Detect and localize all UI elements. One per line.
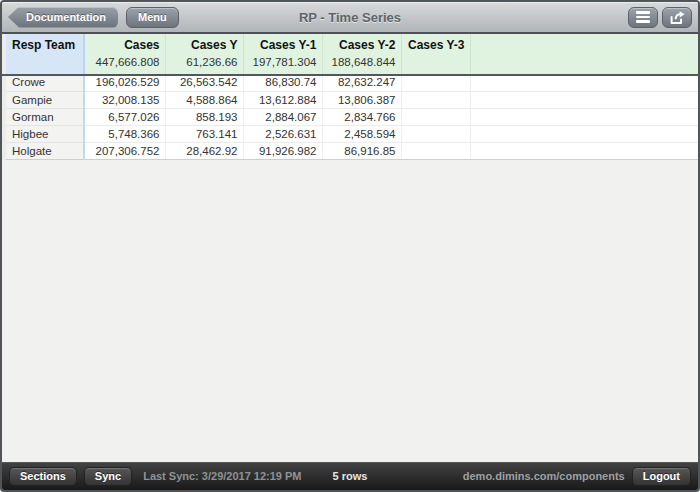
report-table-area: Resp Team Cases Cases Y Cases Y-1 Cases … (2, 32, 698, 160)
total-cases-y2: 188,648.844 (322, 56, 401, 74)
sync-button[interactable]: Sync (84, 467, 132, 486)
value-cell: 6,577.026 (84, 108, 165, 125)
value-cell: 5,748.366 (84, 125, 165, 142)
value-cell (401, 91, 470, 108)
value-cell: 858.193 (165, 108, 243, 125)
documentation-back-button[interactable]: Documentation (8, 7, 118, 28)
value-cell: 86,830.74 (243, 74, 322, 91)
value-cell: 207,306.752 (84, 142, 165, 159)
column-header-cases-y[interactable]: Cases Y (165, 34, 243, 56)
value-cell: 196,026.529 (84, 74, 165, 91)
value-cell: 2,526.631 (243, 125, 322, 142)
filler-cell (470, 142, 698, 159)
value-cell: 32,008.135 (84, 91, 165, 108)
table-row[interactable]: Crowe 196,026.529 26,563.542 86,830.74 8… (6, 74, 698, 91)
value-cell: 763.141 (165, 125, 243, 142)
menu-button[interactable]: Menu (126, 7, 179, 28)
table-row[interactable]: Gorman 6,577.026 858.193 2,884.067 2,834… (6, 108, 698, 125)
total-cases-y3 (401, 56, 470, 74)
export-icon (668, 10, 686, 25)
value-cell: 2,458.594 (322, 125, 401, 142)
last-sync-text: Last Sync: 3/29/2017 12:19 PM (143, 470, 301, 482)
app-window: Documentation Menu RP - Time Series (0, 0, 700, 492)
content-background (2, 160, 698, 463)
column-header-cases-y3[interactable]: Cases Y-3 (401, 34, 470, 56)
value-cell: 2,884.067 (243, 108, 322, 125)
table-row[interactable]: Gampie 32,008.135 4,588.864 13,612.884 1… (6, 91, 698, 108)
time-series-table: Resp Team Cases Cases Y Cases Y-1 Cases … (6, 34, 698, 160)
hamburger-icon (636, 11, 650, 23)
team-cell: Higbee (6, 125, 84, 142)
column-header-resp-team[interactable]: Resp Team (6, 34, 84, 74)
column-header-cases-y2[interactable]: Cases Y-2 (322, 34, 401, 56)
server-address: demo.dimins.com/components (463, 470, 625, 482)
table-row[interactable]: Holgate 207,306.752 28,462.92 91,926.982… (6, 142, 698, 159)
team-cell: Holgate (6, 142, 84, 159)
total-cases: 447,666.808 (84, 56, 165, 74)
filler-cell (470, 125, 698, 142)
value-cell (401, 74, 470, 91)
value-cell (401, 125, 470, 142)
header-filler (470, 34, 698, 74)
logout-button[interactable]: Logout (632, 467, 691, 486)
filler-cell (470, 74, 698, 91)
value-cell (401, 142, 470, 159)
value-cell: 26,563.542 (165, 74, 243, 91)
filler-cell (470, 108, 698, 125)
team-cell: Gorman (6, 108, 84, 125)
status-bar: 5 rows Sections Sync Last Sync: 3/29/201… (2, 462, 698, 490)
toolbar-right-group (628, 7, 692, 28)
value-cell: 82,632.247 (322, 74, 401, 91)
value-cell: 13,612.884 (243, 91, 322, 108)
team-cell: Crowe (6, 74, 84, 91)
value-cell: 28,462.92 (165, 142, 243, 159)
value-cell: 2,834.766 (322, 108, 401, 125)
value-cell: 86,916.85 (322, 142, 401, 159)
team-cell: Gampie (6, 91, 84, 108)
table-row[interactable]: Higbee 5,748.366 763.141 2,526.631 2,458… (6, 125, 698, 142)
list-menu-button[interactable] (628, 7, 658, 28)
summary-divider (2, 74, 698, 76)
column-header-cases-y1[interactable]: Cases Y-1 (243, 34, 322, 56)
sections-button[interactable]: Sections (9, 467, 77, 486)
value-cell (401, 108, 470, 125)
value-cell: 91,926.982 (243, 142, 322, 159)
total-cases-y1: 197,781.304 (243, 56, 322, 74)
total-cases-y: 61,236.66 (165, 56, 243, 74)
column-header-cases[interactable]: Cases (84, 34, 165, 56)
top-toolbar: Documentation Menu RP - Time Series (2, 2, 698, 32)
filler-cell (470, 91, 698, 108)
export-button[interactable] (662, 7, 692, 28)
value-cell: 13,806.387 (322, 91, 401, 108)
value-cell: 4,588.864 (165, 91, 243, 108)
